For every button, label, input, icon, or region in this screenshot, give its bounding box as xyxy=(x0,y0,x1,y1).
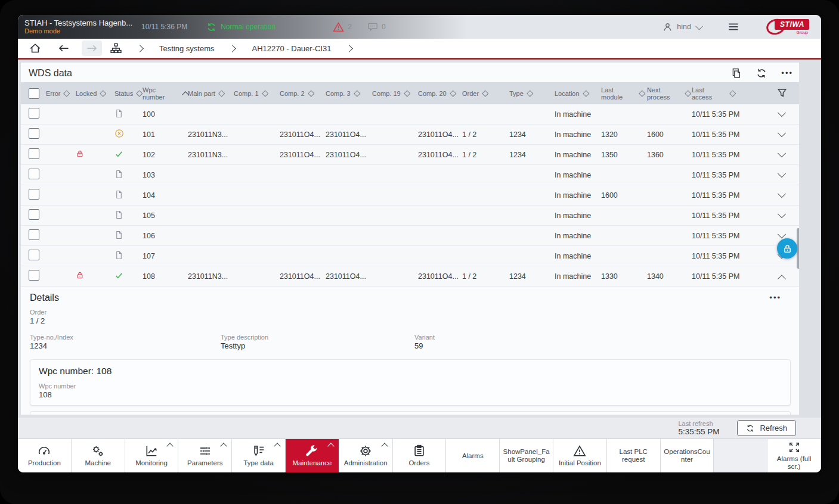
row-checkbox[interactable] xyxy=(29,169,39,179)
row-expand-chevron-down-icon[interactable] xyxy=(778,172,786,178)
panel-title: WDS data xyxy=(29,68,72,79)
nav-item-last-plc-request[interactable]: Last PLC request xyxy=(607,439,661,472)
column-header-main-part[interactable]: Main part xyxy=(188,90,234,97)
nav-item-maintenance[interactable]: Maintenance xyxy=(286,439,339,472)
refresh-icon[interactable] xyxy=(756,68,767,79)
hierarchy-tree-button[interactable] xyxy=(110,43,122,54)
cell-comp-3: 231011O4... xyxy=(326,151,372,159)
nav-item-machine[interactable]: Machine xyxy=(72,439,125,472)
row-checkbox[interactable] xyxy=(29,209,39,220)
nav-item-initial-position[interactable]: Initial Position xyxy=(553,439,607,472)
nav-item-parameters[interactable]: Parameters xyxy=(178,439,232,472)
breadcrumb-machine[interactable]: AH12270 - Dauer-CI31 xyxy=(252,44,331,53)
sort-icon xyxy=(64,90,70,97)
table-row-wpc-102[interactable]: 102231011N3...231011O4...231011O4...2310… xyxy=(21,145,799,165)
details-title: Details xyxy=(30,293,59,303)
typedata-icon xyxy=(252,444,265,458)
alarm-counter[interactable]: 2 xyxy=(333,21,352,33)
nav-item-showpanel-fault-grouping[interactable]: ShowPanel_Fault Grouping xyxy=(500,439,553,472)
cell-wpc-number: 102 xyxy=(143,151,188,159)
table-row-wpc-103[interactable]: 103In machine10/11 5:35 PM xyxy=(21,165,799,185)
nav-item-alarms-full-scr[interactable]: Alarms (full scr.) xyxy=(767,439,821,472)
cell-type: 1234 xyxy=(509,130,555,139)
column-header-comp-3[interactable]: Comp. 3 xyxy=(326,90,372,97)
table-row-wpc-100[interactable]: 100In machine10/11 5:35 PM xyxy=(21,104,799,125)
sort-icon xyxy=(137,90,143,97)
user-menu[interactable]: hind xyxy=(662,22,702,32)
column-header-comp-2[interactable]: Comp. 2 xyxy=(280,90,326,97)
copy-icon[interactable] xyxy=(731,68,742,79)
cell-last-access: 10/11 5:35 PM xyxy=(692,252,764,260)
column-header-next-process[interactable]: Next process xyxy=(647,86,692,101)
row-checkbox[interactable] xyxy=(29,270,39,281)
home-button[interactable] xyxy=(25,41,45,56)
column-header-status[interactable]: Status xyxy=(114,90,143,97)
row-expand-chevron-down-icon[interactable] xyxy=(778,111,786,117)
message-counter[interactable]: 0 xyxy=(367,21,386,32)
column-header-locked[interactable]: Locked xyxy=(76,90,114,97)
back-button[interactable] xyxy=(54,41,74,56)
row-checkbox[interactable] xyxy=(29,189,39,200)
row-checkbox[interactable] xyxy=(29,229,39,240)
nav-item-monitoring[interactable]: Monitoring xyxy=(125,439,179,472)
row-checkbox[interactable] xyxy=(29,250,39,260)
row-expand-chevron-down-icon[interactable] xyxy=(778,192,786,198)
column-header-type[interactable]: Type xyxy=(509,90,555,97)
select-all-checkbox[interactable] xyxy=(29,88,39,99)
column-header-comp-1[interactable]: Comp. 1 xyxy=(234,90,280,97)
nav-item-administration[interactable]: Administration xyxy=(339,439,393,472)
demo-mode-label: Demo mode xyxy=(24,27,141,35)
table-row-wpc-106[interactable]: 106In machine10/11 5:35 PM xyxy=(21,226,799,246)
hamburger-menu-button[interactable] xyxy=(727,20,740,33)
clipboard-icon xyxy=(413,444,426,458)
alarm-count: 2 xyxy=(348,23,352,31)
cell-wpc-number: 104 xyxy=(143,191,188,200)
details-more-menu[interactable]: ••• xyxy=(769,295,781,301)
check-status-icon xyxy=(114,271,123,280)
table-row-wpc-105[interactable]: 105In machine10/11 5:35 PM xyxy=(21,206,799,226)
refresh-button[interactable]: Refresh xyxy=(737,420,796,436)
column-header-comp-20[interactable]: Comp. 20 xyxy=(418,90,462,97)
row-checkbox[interactable] xyxy=(29,108,39,119)
table-row-wpc-108[interactable]: 108231011N3...231011O4...231011O4...2310… xyxy=(21,266,799,287)
row-expand-chevron-up-icon[interactable] xyxy=(778,275,786,279)
filter-button[interactable] xyxy=(764,88,799,98)
variant-value: 59 xyxy=(414,341,791,351)
panel-more-menu[interactable]: ••• xyxy=(781,70,793,76)
column-header-wpc-number[interactable]: Wpc number xyxy=(143,86,188,101)
nav-item-orders[interactable]: Orders xyxy=(393,439,447,472)
nav-item-production[interactable]: Production xyxy=(18,439,72,472)
cell-location: In machine xyxy=(555,130,601,139)
column-header-error[interactable]: Error xyxy=(46,90,76,97)
lock-floating-button[interactable] xyxy=(777,238,797,259)
column-header-order[interactable]: Order xyxy=(462,90,509,97)
table-header: ErrorLockedStatusWpc numberMain partComp… xyxy=(21,82,799,104)
column-header-location[interactable]: Location xyxy=(555,90,601,97)
nav-item-alarms[interactable]: Alarms xyxy=(446,439,500,472)
panel-header: WDS data ••• xyxy=(21,63,799,82)
row-expand-chevron-down-icon[interactable] xyxy=(778,152,786,157)
column-header-comp-19[interactable]: Comp. 19 xyxy=(372,90,418,97)
forward-button[interactable] xyxy=(82,41,102,56)
warning-icon xyxy=(573,444,586,458)
breadcrumb-testing-systems[interactable]: Testing systems xyxy=(159,44,214,53)
column-header-last-module[interactable]: Last module xyxy=(601,86,647,101)
row-expand-chevron-down-icon[interactable] xyxy=(778,213,786,218)
column-header-last-access[interactable]: Last access xyxy=(692,86,764,101)
table-row-wpc-104[interactable]: 104In machine160010/11 5:35 PM xyxy=(21,185,799,206)
table-row-wpc-101[interactable]: 101231011N3...231011O4...231011O4...2310… xyxy=(21,125,799,145)
table-row-wpc-107[interactable]: 107In machine10/11 5:35 PM xyxy=(21,246,799,266)
row-checkbox[interactable] xyxy=(29,148,39,159)
sort-icon xyxy=(527,90,533,97)
row-checkbox[interactable] xyxy=(29,128,39,139)
details-section: Details ••• Order 1 / 2 Type-no./Index 1… xyxy=(21,287,799,415)
expand-icon xyxy=(788,441,800,453)
row-expand-chevron-down-icon[interactable] xyxy=(778,233,786,238)
nav-item-operationscounter[interactable]: OperationsCounter xyxy=(661,439,714,472)
main-content: WDS data ••• xyxy=(18,60,821,417)
nav-item-type-data[interactable]: Type data xyxy=(232,439,286,472)
row-expand-chevron-down-icon[interactable] xyxy=(778,132,786,137)
sort-icon xyxy=(100,90,107,97)
cell-location: In machine xyxy=(555,232,601,240)
cell-comp-20: 231011O4... xyxy=(418,151,462,159)
